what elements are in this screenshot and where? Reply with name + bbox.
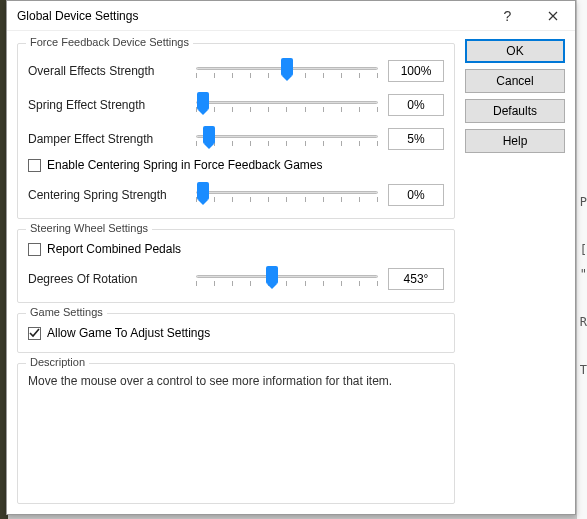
checkbox-label: Report Combined Pedals [47,242,181,256]
checkbox-icon [28,159,41,172]
spring-strength-label: Spring Effect Strength [28,98,196,112]
group-force-feedback: Force Feedback Device Settings Overall E… [17,43,455,219]
slider-thumb[interactable] [197,92,209,110]
overall-strength-slider[interactable] [196,60,378,82]
checkbox-icon [28,327,41,340]
ok-button[interactable]: OK [465,39,565,63]
group-legend: Steering Wheel Settings [26,222,152,234]
checkbox-icon [28,243,41,256]
group-legend: Game Settings [26,306,107,318]
rotation-slider[interactable] [196,268,378,290]
overall-strength-label: Overall Effects Strength [28,64,196,78]
group-legend: Description [26,356,89,368]
combined-pedals-checkbox[interactable]: Report Combined Pedals [28,240,444,262]
allow-game-checkbox[interactable]: Allow Game To Adjust Settings [28,324,444,346]
centering-strength-label: Centering Spring Strength [28,188,196,202]
slider-thumb[interactable] [281,58,293,76]
checkbox-label: Allow Game To Adjust Settings [47,326,210,340]
description-text: Move the mouse over a control to see mor… [28,374,444,388]
group-description: Description Move the mouse over a contro… [17,363,455,504]
help-button[interactable]: Help [465,129,565,153]
damper-strength-value: 5% [388,128,444,150]
damper-strength-slider[interactable] [196,128,378,150]
checkbox-label: Enable Centering Spring in Force Feedbac… [47,158,322,172]
centering-strength-slider[interactable] [196,184,378,206]
dialog-window: Global Device Settings ? Force Feedback … [6,0,576,515]
defaults-button[interactable]: Defaults [465,99,565,123]
close-icon[interactable] [530,1,575,31]
group-game-settings: Game Settings Allow Game To Adjust Setti… [17,313,455,353]
group-steering-wheel: Steering Wheel Settings Report Combined … [17,229,455,303]
spring-strength-value: 0% [388,94,444,116]
damper-strength-label: Damper Effect Strength [28,132,196,146]
rotation-label: Degrees Of Rotation [28,272,196,286]
titlebar: Global Device Settings ? [7,1,575,31]
enable-centering-checkbox[interactable]: Enable Centering Spring in Force Feedbac… [28,156,444,178]
help-icon[interactable]: ? [485,1,530,31]
slider-thumb[interactable] [266,266,278,284]
rotation-value: 453° [388,268,444,290]
cancel-button[interactable]: Cancel [465,69,565,93]
window-title: Global Device Settings [17,9,485,23]
slider-thumb[interactable] [197,182,209,200]
overall-strength-value: 100% [388,60,444,82]
slider-thumb[interactable] [203,126,215,144]
group-legend: Force Feedback Device Settings [26,36,193,48]
centering-strength-value: 0% [388,184,444,206]
spring-strength-slider[interactable] [196,94,378,116]
